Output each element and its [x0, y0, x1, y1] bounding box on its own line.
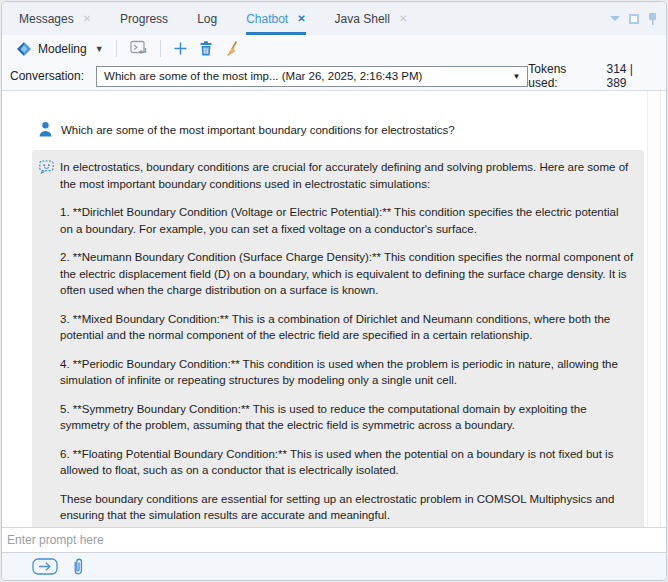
close-icon[interactable]: ✕	[399, 14, 407, 24]
bot-paragraph: 5. **Symmetry Boundary Condition:** This…	[60, 401, 634, 434]
conversation-row: Conversation: Which are some of the most…	[2, 62, 666, 91]
combo-caret-icon: ▼	[512, 72, 520, 81]
user-icon	[38, 121, 53, 137]
conversation-select[interactable]: Which are some of the most imp... (Mar 2…	[96, 66, 528, 87]
user-message: Which are some of the most important bou…	[32, 121, 644, 139]
chat-transcript-area: Which are some of the most important bou…	[2, 91, 666, 528]
tab-java-shell[interactable]: Java Shell ✕	[335, 2, 408, 35]
conversation-selected-value: Which are some of the most imp... (Mar 2…	[104, 70, 512, 82]
tab-log[interactable]: Log	[197, 2, 217, 35]
bot-paragraph: 3. **Mixed Boundary Condition:** This is…	[60, 311, 634, 344]
bot-paragraph: In electrostatics, boundary conditions a…	[60, 159, 634, 192]
bot-message: In electrostatics, boundary conditions a…	[32, 150, 644, 527]
tab-chatbot[interactable]: Chatbot ✕	[246, 2, 305, 35]
delete-conversation-button[interactable]	[193, 37, 219, 60]
bot-paragraph: 6. **Floating Potential Boundary Conditi…	[60, 446, 634, 479]
modeling-label: Modeling	[38, 42, 87, 56]
tokens-value: 314 | 389	[607, 62, 656, 90]
maximize-icon[interactable]	[629, 14, 639, 24]
conversation-label: Conversation:	[10, 69, 84, 83]
chevron-down-icon[interactable]	[610, 16, 620, 21]
bot-paragraph: 4. **Periodic Boundary Condition:** This…	[60, 356, 634, 389]
tab-bar: Messages ✕ Progress Log Chatbot ✕ Java S…	[2, 2, 666, 35]
modeling-icon	[16, 41, 32, 57]
send-icon	[32, 558, 58, 575]
bot-paragraph: These boundary conditions are essential …	[60, 491, 634, 524]
tokens-label: Tokens used:	[528, 62, 598, 90]
tab-messages[interactable]: Messages ✕	[19, 2, 91, 35]
scrollbar[interactable]	[647, 91, 661, 527]
plus-icon	[173, 41, 188, 56]
pin-icon[interactable]	[648, 12, 657, 26]
close-icon[interactable]: ✕	[297, 14, 305, 24]
trash-icon	[198, 40, 214, 57]
clear-conversation-button[interactable]	[219, 37, 245, 61]
bot-paragraph: 1. **Dirichlet Boundary Condition (Volta…	[60, 204, 634, 237]
close-icon[interactable]: ✕	[83, 14, 91, 24]
send-to-shell-button[interactable]	[124, 37, 153, 60]
tab-label: Progress	[120, 12, 168, 26]
attach-file-button[interactable]	[71, 557, 85, 577]
tab-label: Messages	[19, 12, 74, 26]
tab-label: Chatbot	[246, 12, 288, 26]
console-icon	[129, 40, 148, 57]
tab-progress[interactable]: Progress	[120, 2, 168, 35]
window-controls	[610, 2, 657, 35]
caret-down-icon: ▼	[95, 44, 104, 54]
bot-paragraph: 2. **Neumann Boundary Condition (Surface…	[60, 249, 634, 299]
modeling-dropdown-button[interactable]: Modeling ▼	[11, 39, 109, 59]
tab-label: Log	[197, 12, 217, 26]
bot-icon-holder	[38, 158, 55, 175]
prompt-action-bar	[2, 553, 666, 580]
tab-label: Java Shell	[335, 12, 390, 26]
paperclip-icon	[71, 557, 85, 577]
prompt-row	[2, 528, 666, 553]
tokens-used: Tokens used: 314 | 389	[528, 62, 658, 90]
chatbot-icon	[38, 158, 55, 175]
broom-icon	[224, 40, 240, 58]
chatbot-toolbar: Modeling ▼	[2, 35, 666, 62]
chat-scroll-region[interactable]: Which are some of the most important bou…	[2, 91, 666, 527]
chatbot-panel: Messages ✕ Progress Log Chatbot ✕ Java S…	[1, 1, 667, 581]
prompt-input[interactable]	[2, 528, 666, 552]
user-message-text: Which are some of the most important bou…	[61, 121, 455, 139]
toolbar-separator	[116, 40, 117, 57]
new-conversation-button[interactable]	[168, 38, 193, 59]
send-prompt-button[interactable]	[32, 558, 58, 575]
toolbar-separator	[160, 40, 161, 57]
